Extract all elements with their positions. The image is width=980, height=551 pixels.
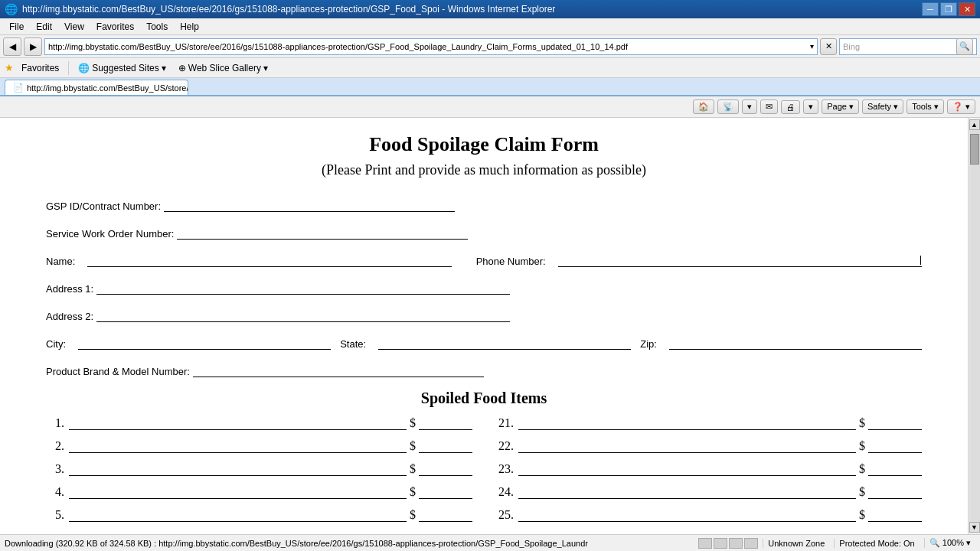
browser-tab[interactable]: 📄 http://img.bbystatic.com/BestBuy_US/st…	[5, 80, 188, 95]
help-button[interactable]: ❓ ▾	[947, 99, 975, 114]
back-button[interactable]: ◀	[3, 37, 21, 56]
suggested-sites-arrow: ▾	[162, 63, 166, 73]
state-label: State:	[340, 338, 366, 350]
menu-help[interactable]: Help	[174, 20, 205, 34]
scroll-track[interactable]	[969, 130, 980, 522]
name-label: Name:	[46, 256, 75, 267]
favorites-label[interactable]: Favorites	[17, 61, 64, 75]
item-amt-22[interactable]	[868, 438, 922, 453]
food-item-1: 1. $	[46, 415, 472, 430]
title-bar: 🌐 http://img.bbystatic.com/BestBuy_US/st…	[0, 0, 980, 18]
item-line-24[interactable]	[518, 484, 856, 499]
item-line-21[interactable]	[518, 415, 856, 430]
address-bar: ◀ ▶ http://img.bbystatic.com/BestBuy_US/…	[0, 35, 980, 58]
web-slice-gallery-item[interactable]: ⊕ Web Slice Gallery ▾	[174, 61, 273, 75]
item-num-4: 4.	[46, 485, 69, 499]
name-field[interactable]	[87, 252, 451, 267]
phone-field[interactable]: |	[558, 252, 922, 267]
scroll-thumb[interactable]	[970, 134, 979, 165]
favorites-star-icon: ★	[5, 62, 14, 73]
scroll-down-arrow[interactable]: ▼	[969, 522, 980, 533]
url-text: http://img.bbystatic.com/BestBuy_US/stor…	[48, 42, 810, 51]
cursor: |	[920, 253, 922, 265]
food-item-3: 3. $	[46, 461, 472, 476]
home-button[interactable]: 🏠	[693, 99, 714, 114]
food-item-23: 23. $	[495, 461, 922, 476]
feeds-button[interactable]: 📡	[717, 99, 739, 114]
item-line-4[interactable]	[69, 484, 407, 499]
service-order-field[interactable]	[177, 224, 468, 240]
zip-field[interactable]	[669, 334, 922, 350]
gsp-id-field[interactable]	[164, 197, 455, 212]
service-order-label: Service Work Order Number:	[46, 228, 174, 240]
menu-view[interactable]: View	[58, 20, 90, 34]
spoiled-section-title: Spoiled Food Items	[46, 390, 922, 407]
product-field[interactable]	[193, 362, 484, 377]
menu-file[interactable]: File	[3, 20, 30, 34]
item-amt-3[interactable]	[419, 461, 472, 476]
browser-icon: 🌐	[5, 3, 18, 15]
gsp-id-label: GSP ID/Contract Number:	[46, 201, 161, 212]
address2-field[interactable]	[96, 307, 510, 322]
search-placeholder: Bing	[843, 42, 956, 51]
feeds-dropdown[interactable]: ▾	[742, 99, 757, 114]
web-slice-arrow: ▾	[263, 63, 268, 73]
dollar-1: $	[407, 416, 419, 430]
search-button[interactable]: 🔍	[956, 38, 973, 55]
food-item-22: 22. $	[495, 438, 922, 453]
address1-field[interactable]	[96, 279, 510, 295]
suggested-sites-item[interactable]: 🌐 Suggested Sites ▾	[74, 61, 170, 75]
item-line-1[interactable]	[69, 415, 407, 430]
page-button[interactable]: Page ▾	[822, 99, 859, 114]
refresh-button[interactable]: ✕	[820, 38, 837, 55]
print-dropdown[interactable]: ▾	[803, 99, 818, 114]
item-line-3[interactable]	[69, 461, 407, 476]
item-line-25[interactable]	[518, 507, 856, 522]
menu-tools[interactable]: Tools	[140, 20, 174, 34]
item-num-2: 2.	[46, 439, 69, 453]
address2-row: Address 2:	[46, 307, 922, 322]
url-dropdown-arrow[interactable]: ▾	[810, 42, 814, 51]
item-line-22[interactable]	[518, 438, 856, 453]
food-item-25: 25. $	[495, 507, 922, 522]
main-content: Food Spoilage Claim Form (Please Print a…	[0, 118, 980, 534]
item-amt-1[interactable]	[419, 415, 472, 430]
item-amt-5[interactable]	[419, 507, 472, 522]
food-item-21: 21. $	[495, 415, 922, 430]
item-num-23: 23.	[495, 462, 518, 476]
protected-mode-label: Protected Mode: On	[834, 539, 919, 548]
state-field[interactable]	[378, 334, 631, 350]
menu-edit[interactable]: Edit	[30, 20, 58, 34]
menu-favorites[interactable]: Favorites	[90, 20, 140, 34]
close-button[interactable]: ✕	[959, 2, 975, 16]
city-label: City:	[46, 338, 66, 350]
product-label: Product Brand & Model Number:	[46, 366, 190, 377]
item-amt-2[interactable]	[419, 438, 472, 453]
item-amt-4[interactable]	[419, 484, 472, 499]
read-mail-button[interactable]: ✉	[760, 99, 778, 114]
address1-label: Address 1:	[46, 283, 93, 295]
city-field[interactable]	[78, 334, 331, 350]
restore-button[interactable]: ❐	[940, 2, 957, 16]
dollar-2: $	[407, 439, 419, 453]
item-amt-25[interactable]	[868, 507, 922, 522]
item-amt-23[interactable]	[868, 461, 922, 476]
item-line-23[interactable]	[518, 461, 856, 476]
dollar-21: $	[856, 416, 868, 430]
scroll-up-arrow[interactable]: ▲	[969, 119, 980, 130]
zoom-control[interactable]: 🔍 100% ▾	[924, 538, 975, 548]
safety-button[interactable]: Safety ▾	[862, 99, 903, 114]
name-phone-row: Name: Phone Number: |	[46, 252, 922, 267]
item-line-5[interactable]	[69, 507, 407, 522]
tools-button[interactable]: Tools ▾	[906, 99, 944, 114]
print-button[interactable]: 🖨	[781, 100, 800, 114]
item-line-2[interactable]	[69, 438, 407, 453]
item-amt-21[interactable]	[868, 415, 922, 430]
address-box[interactable]: http://img.bbystatic.com/BestBuy_US/stor…	[44, 38, 818, 55]
item-amt-24[interactable]	[868, 484, 922, 499]
vertical-scrollbar[interactable]: ▲ ▼	[968, 118, 980, 534]
search-box[interactable]: Bing 🔍	[839, 38, 977, 55]
minimize-button[interactable]: ─	[922, 2, 939, 16]
forward-button[interactable]: ▶	[24, 37, 42, 56]
status-bar: Downloading (320.92 KB of 324.58 KB) : h…	[0, 534, 980, 551]
